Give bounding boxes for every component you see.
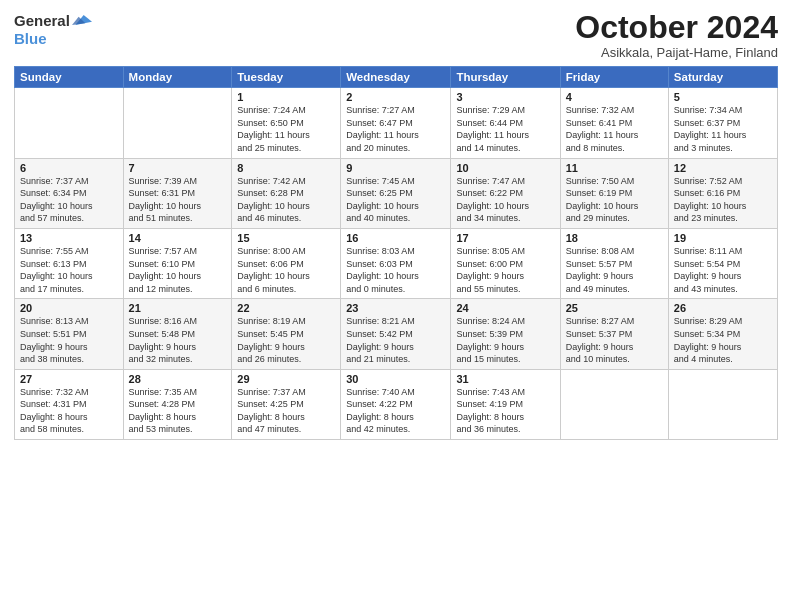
day-cell-2-3: 16Sunrise: 8:03 AM Sunset: 6:03 PM Dayli…: [341, 228, 451, 298]
day-cell-4-6: [668, 369, 777, 439]
week-row-0: 1Sunrise: 7:24 AM Sunset: 6:50 PM Daylig…: [15, 88, 778, 158]
day-number-18: 18: [566, 232, 663, 244]
day-cell-4-4: 31Sunrise: 7:43 AM Sunset: 4:19 PM Dayli…: [451, 369, 560, 439]
day-cell-3-0: 20Sunrise: 8:13 AM Sunset: 5:51 PM Dayli…: [15, 299, 124, 369]
day-cell-4-2: 29Sunrise: 7:37 AM Sunset: 4:25 PM Dayli…: [232, 369, 341, 439]
day-number-22: 22: [237, 302, 335, 314]
day-info-8: Sunrise: 7:42 AM Sunset: 6:28 PM Dayligh…: [237, 175, 335, 225]
day-cell-4-5: [560, 369, 668, 439]
week-row-1: 6Sunrise: 7:37 AM Sunset: 6:34 PM Daylig…: [15, 158, 778, 228]
day-info-28: Sunrise: 7:35 AM Sunset: 4:28 PM Dayligh…: [129, 386, 227, 436]
day-info-16: Sunrise: 8:03 AM Sunset: 6:03 PM Dayligh…: [346, 245, 445, 295]
day-cell-1-4: 10Sunrise: 7:47 AM Sunset: 6:22 PM Dayli…: [451, 158, 560, 228]
day-cell-1-2: 8Sunrise: 7:42 AM Sunset: 6:28 PM Daylig…: [232, 158, 341, 228]
day-number-17: 17: [456, 232, 554, 244]
day-cell-4-0: 27Sunrise: 7:32 AM Sunset: 4:31 PM Dayli…: [15, 369, 124, 439]
day-number-23: 23: [346, 302, 445, 314]
day-number-1: 1: [237, 91, 335, 103]
calendar-header-row: Sunday Monday Tuesday Wednesday Thursday…: [15, 67, 778, 88]
day-info-30: Sunrise: 7:40 AM Sunset: 4:22 PM Dayligh…: [346, 386, 445, 436]
day-info-17: Sunrise: 8:05 AM Sunset: 6:00 PM Dayligh…: [456, 245, 554, 295]
location-subtitle: Asikkala, Paijat-Hame, Finland: [575, 45, 778, 60]
day-number-7: 7: [129, 162, 227, 174]
day-info-22: Sunrise: 8:19 AM Sunset: 5:45 PM Dayligh…: [237, 315, 335, 365]
day-number-24: 24: [456, 302, 554, 314]
day-cell-3-6: 26Sunrise: 8:29 AM Sunset: 5:34 PM Dayli…: [668, 299, 777, 369]
col-friday: Friday: [560, 67, 668, 88]
day-cell-3-2: 22Sunrise: 8:19 AM Sunset: 5:45 PM Dayli…: [232, 299, 341, 369]
month-title: October 2024: [575, 10, 778, 45]
logo-icon: [72, 10, 92, 30]
week-row-2: 13Sunrise: 7:55 AM Sunset: 6:13 PM Dayli…: [15, 228, 778, 298]
page: General Blue October 2024 Asikkala, Paij…: [0, 0, 792, 612]
day-cell-2-5: 18Sunrise: 8:08 AM Sunset: 5:57 PM Dayli…: [560, 228, 668, 298]
day-info-10: Sunrise: 7:47 AM Sunset: 6:22 PM Dayligh…: [456, 175, 554, 225]
logo: General Blue: [14, 10, 92, 48]
day-cell-0-4: 3Sunrise: 7:29 AM Sunset: 6:44 PM Daylig…: [451, 88, 560, 158]
logo-text-blue: Blue: [14, 30, 47, 47]
day-cell-2-2: 15Sunrise: 8:00 AM Sunset: 6:06 PM Dayli…: [232, 228, 341, 298]
day-cell-2-4: 17Sunrise: 8:05 AM Sunset: 6:00 PM Dayli…: [451, 228, 560, 298]
day-number-14: 14: [129, 232, 227, 244]
day-number-3: 3: [456, 91, 554, 103]
day-info-20: Sunrise: 8:13 AM Sunset: 5:51 PM Dayligh…: [20, 315, 118, 365]
day-cell-3-5: 25Sunrise: 8:27 AM Sunset: 5:37 PM Dayli…: [560, 299, 668, 369]
day-info-13: Sunrise: 7:55 AM Sunset: 6:13 PM Dayligh…: [20, 245, 118, 295]
day-info-19: Sunrise: 8:11 AM Sunset: 5:54 PM Dayligh…: [674, 245, 772, 295]
week-row-3: 20Sunrise: 8:13 AM Sunset: 5:51 PM Dayli…: [15, 299, 778, 369]
day-info-31: Sunrise: 7:43 AM Sunset: 4:19 PM Dayligh…: [456, 386, 554, 436]
day-cell-0-3: 2Sunrise: 7:27 AM Sunset: 6:47 PM Daylig…: [341, 88, 451, 158]
day-info-3: Sunrise: 7:29 AM Sunset: 6:44 PM Dayligh…: [456, 104, 554, 154]
day-cell-2-0: 13Sunrise: 7:55 AM Sunset: 6:13 PM Dayli…: [15, 228, 124, 298]
day-number-11: 11: [566, 162, 663, 174]
col-tuesday: Tuesday: [232, 67, 341, 88]
day-number-25: 25: [566, 302, 663, 314]
day-number-19: 19: [674, 232, 772, 244]
day-number-5: 5: [674, 91, 772, 103]
day-info-18: Sunrise: 8:08 AM Sunset: 5:57 PM Dayligh…: [566, 245, 663, 295]
day-number-12: 12: [674, 162, 772, 174]
day-info-23: Sunrise: 8:21 AM Sunset: 5:42 PM Dayligh…: [346, 315, 445, 365]
day-cell-1-5: 11Sunrise: 7:50 AM Sunset: 6:19 PM Dayli…: [560, 158, 668, 228]
day-number-16: 16: [346, 232, 445, 244]
day-cell-1-6: 12Sunrise: 7:52 AM Sunset: 6:16 PM Dayli…: [668, 158, 777, 228]
day-info-7: Sunrise: 7:39 AM Sunset: 6:31 PM Dayligh…: [129, 175, 227, 225]
day-cell-1-3: 9Sunrise: 7:45 AM Sunset: 6:25 PM Daylig…: [341, 158, 451, 228]
day-number-21: 21: [129, 302, 227, 314]
day-cell-0-6: 5Sunrise: 7:34 AM Sunset: 6:37 PM Daylig…: [668, 88, 777, 158]
day-cell-2-6: 19Sunrise: 8:11 AM Sunset: 5:54 PM Dayli…: [668, 228, 777, 298]
day-cell-1-0: 6Sunrise: 7:37 AM Sunset: 6:34 PM Daylig…: [15, 158, 124, 228]
day-info-27: Sunrise: 7:32 AM Sunset: 4:31 PM Dayligh…: [20, 386, 118, 436]
day-number-29: 29: [237, 373, 335, 385]
calendar: Sunday Monday Tuesday Wednesday Thursday…: [14, 66, 778, 440]
day-number-4: 4: [566, 91, 663, 103]
day-cell-2-1: 14Sunrise: 7:57 AM Sunset: 6:10 PM Dayli…: [123, 228, 232, 298]
day-number-13: 13: [20, 232, 118, 244]
col-saturday: Saturday: [668, 67, 777, 88]
header: General Blue October 2024 Asikkala, Paij…: [14, 10, 778, 60]
day-cell-0-5: 4Sunrise: 7:32 AM Sunset: 6:41 PM Daylig…: [560, 88, 668, 158]
col-sunday: Sunday: [15, 67, 124, 88]
day-number-31: 31: [456, 373, 554, 385]
day-info-5: Sunrise: 7:34 AM Sunset: 6:37 PM Dayligh…: [674, 104, 772, 154]
day-number-10: 10: [456, 162, 554, 174]
day-info-25: Sunrise: 8:27 AM Sunset: 5:37 PM Dayligh…: [566, 315, 663, 365]
col-wednesday: Wednesday: [341, 67, 451, 88]
day-cell-3-4: 24Sunrise: 8:24 AM Sunset: 5:39 PM Dayli…: [451, 299, 560, 369]
day-cell-0-2: 1Sunrise: 7:24 AM Sunset: 6:50 PM Daylig…: [232, 88, 341, 158]
day-info-2: Sunrise: 7:27 AM Sunset: 6:47 PM Dayligh…: [346, 104, 445, 154]
logo-text-general: General: [14, 13, 70, 28]
day-number-26: 26: [674, 302, 772, 314]
day-info-6: Sunrise: 7:37 AM Sunset: 6:34 PM Dayligh…: [20, 175, 118, 225]
title-area: October 2024 Asikkala, Paijat-Hame, Finl…: [575, 10, 778, 60]
col-monday: Monday: [123, 67, 232, 88]
day-info-24: Sunrise: 8:24 AM Sunset: 5:39 PM Dayligh…: [456, 315, 554, 365]
day-info-21: Sunrise: 8:16 AM Sunset: 5:48 PM Dayligh…: [129, 315, 227, 365]
day-info-9: Sunrise: 7:45 AM Sunset: 6:25 PM Dayligh…: [346, 175, 445, 225]
day-cell-0-1: [123, 88, 232, 158]
day-number-20: 20: [20, 302, 118, 314]
day-info-15: Sunrise: 8:00 AM Sunset: 6:06 PM Dayligh…: [237, 245, 335, 295]
day-cell-4-1: 28Sunrise: 7:35 AM Sunset: 4:28 PM Dayli…: [123, 369, 232, 439]
day-cell-1-1: 7Sunrise: 7:39 AM Sunset: 6:31 PM Daylig…: [123, 158, 232, 228]
day-cell-3-1: 21Sunrise: 8:16 AM Sunset: 5:48 PM Dayli…: [123, 299, 232, 369]
